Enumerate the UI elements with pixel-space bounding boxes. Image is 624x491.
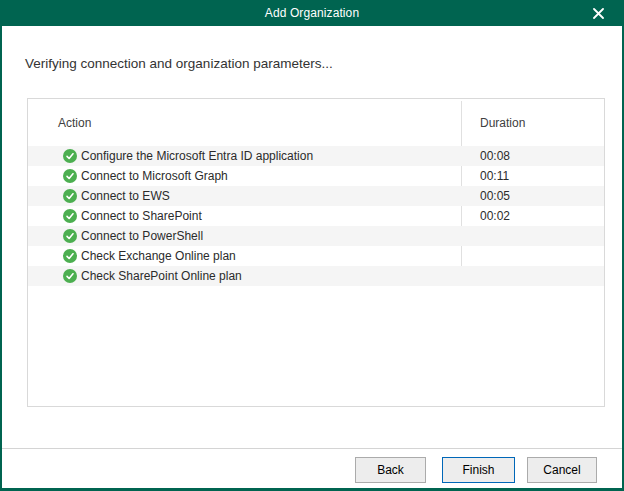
status-message: Verifying connection and organization pa… <box>25 56 333 71</box>
action-label: Connect to SharePoint <box>81 209 202 223</box>
titlebar: Add Organization <box>0 0 624 26</box>
table-rows: Configure the Microsoft Entra ID applica… <box>28 146 604 286</box>
check-circle-icon <box>63 229 77 243</box>
table-header: Action Duration <box>28 99 604 146</box>
check-circle-icon <box>63 149 77 163</box>
duration-value: 00:02 <box>480 209 510 223</box>
cancel-button[interactable]: Cancel <box>527 457 597 483</box>
table-row[interactable]: Connect to EWS 00:05 <box>28 186 604 206</box>
check-circle-icon <box>63 249 77 263</box>
column-header-duration: Duration <box>480 116 525 130</box>
close-button[interactable] <box>580 0 616 26</box>
check-circle-icon <box>63 189 77 203</box>
check-circle-icon <box>63 209 77 223</box>
table-row[interactable]: Connect to SharePoint 00:02 <box>28 206 604 226</box>
dialog-add-organization: Add Organization Verifying connection an… <box>0 0 624 491</box>
duration-value: 00:11 <box>480 169 509 183</box>
finish-button[interactable]: Finish <box>442 457 515 483</box>
back-button[interactable]: Back <box>355 457 426 483</box>
action-label: Connect to Microsoft Graph <box>81 169 228 183</box>
duration-value: 00:08 <box>480 149 510 163</box>
table-row[interactable]: Connect to Microsoft Graph 00:11 <box>28 166 604 186</box>
action-label: Check Exchange Online plan <box>81 249 236 263</box>
table-row[interactable]: Check SharePoint Online plan <box>28 266 604 286</box>
footer-divider <box>0 448 624 449</box>
action-label: Check SharePoint Online plan <box>81 269 242 283</box>
table-row[interactable]: Configure the Microsoft Entra ID applica… <box>28 146 604 166</box>
dialog-title: Add Organization <box>265 6 359 20</box>
table-row[interactable]: Check Exchange Online plan <box>28 246 604 266</box>
close-icon <box>593 8 604 19</box>
check-circle-icon <box>63 269 77 283</box>
check-circle-icon <box>63 169 77 183</box>
verification-table: Action Duration Configure the Microsoft … <box>27 98 605 407</box>
duration-value: 00:05 <box>480 189 510 203</box>
action-label: Connect to EWS <box>81 189 170 203</box>
action-label: Configure the Microsoft Entra ID applica… <box>81 149 313 163</box>
action-label: Connect to PowerShell <box>81 229 203 243</box>
column-header-action: Action <box>58 116 91 130</box>
table-row[interactable]: Connect to PowerShell <box>28 226 604 246</box>
